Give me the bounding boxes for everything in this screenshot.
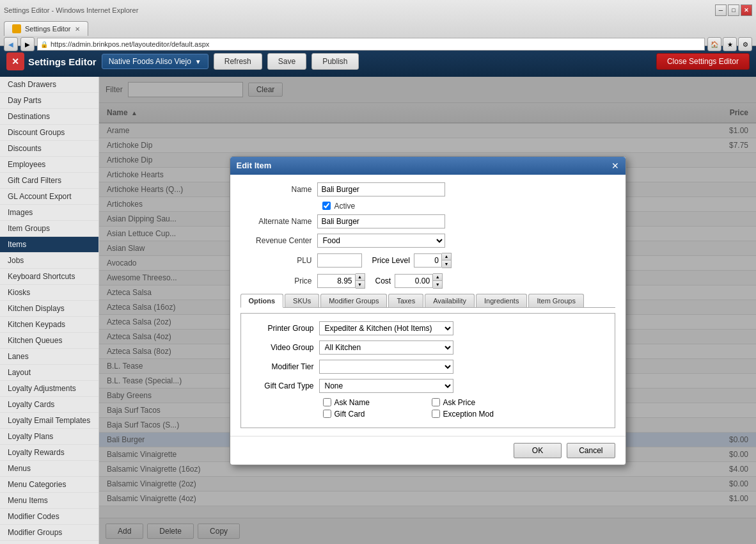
price-label: Price xyxy=(240,276,317,285)
save-button[interactable]: Save xyxy=(267,53,306,70)
revenue-center-select[interactable]: Food Beverage Alcohol Retail xyxy=(317,234,445,248)
logo-icon: ✕ xyxy=(6,52,24,70)
sidebar-item-loyalty-email-templates[interactable]: Loyalty Email Templates xyxy=(0,413,98,429)
home-button[interactable]: 🏠 xyxy=(707,37,721,51)
price-level-spinner: ▲ ▼ xyxy=(414,253,452,268)
tab-modifier-groups[interactable]: Modifier Groups xyxy=(320,294,387,307)
minimize-button[interactable]: ─ xyxy=(715,4,727,16)
dialog-titlebar: Edit Item ✕ xyxy=(230,157,626,175)
favorites-button[interactable]: ★ xyxy=(723,37,737,51)
plu-input[interactable] xyxy=(317,253,362,268)
alternate-name-label: Alternate Name xyxy=(240,217,317,226)
sidebar-item-gift-card-filters[interactable]: Gift Card Filters xyxy=(0,173,98,189)
ask-price-check-item: Ask Price xyxy=(432,398,515,407)
active-checkbox[interactable] xyxy=(322,202,331,210)
browser-tab[interactable]: Settings Editor ✕ xyxy=(4,21,88,36)
price-level-spinner-buttons: ▲ ▼ xyxy=(442,253,452,268)
address-bar[interactable]: 🔒 https://admin.brinkpos.net/layoutedito… xyxy=(37,38,705,51)
sidebar-item-keyboard-shortcuts[interactable]: Keyboard Shortcuts xyxy=(0,269,98,285)
sidebar-item-kitchen-displays[interactable]: Kitchen Displays xyxy=(0,301,98,317)
sidebar-item-kitchen-keypads[interactable]: Kitchen Keypads xyxy=(0,317,98,333)
sidebar-item-menus[interactable]: Menus xyxy=(0,461,98,477)
sidebar-item-images[interactable]: Images xyxy=(0,205,98,221)
cost-down-button[interactable]: ▼ xyxy=(433,281,442,288)
printer-group-row: Printer Group Expediter & Kitchen (Hot I… xyxy=(249,321,607,335)
sidebar-item-jobs[interactable]: Jobs xyxy=(0,253,98,269)
cost-input[interactable] xyxy=(395,274,433,288)
gift-card-checkbox[interactable] xyxy=(323,410,331,418)
sidebar-item-loyalty-rewards[interactable]: Loyalty Rewards xyxy=(0,445,98,461)
tab-close-button[interactable]: ✕ xyxy=(75,26,80,33)
price-spinner-buttons: ▲ ▼ xyxy=(356,273,365,289)
app-logo: ✕ Settings Editor xyxy=(6,52,97,70)
sidebar-item-items[interactable]: Items xyxy=(0,237,98,253)
maximize-button[interactable]: □ xyxy=(728,4,739,16)
sidebar-item-cash-drawers[interactable]: Cash Drawers xyxy=(0,77,98,93)
exception-mod-checkbox[interactable] xyxy=(432,410,440,418)
ask-price-checkbox[interactable] xyxy=(432,398,440,406)
gift-card-type-select[interactable]: None Standard Reload xyxy=(319,379,453,393)
tools-button[interactable]: ⚙ xyxy=(738,37,752,51)
dialog-footer: OK Cancel xyxy=(230,436,626,465)
revenue-center-row: Revenue Center Food Beverage Alcohol Ret… xyxy=(240,234,615,248)
plu-price-level-row: PLU Price Level ▲ ▼ xyxy=(240,253,615,268)
sidebar-item-menu-categories[interactable]: Menu Categories xyxy=(0,477,98,493)
price-level-up-button[interactable]: ▲ xyxy=(442,253,451,260)
sidebar-item-discounts[interactable]: Discounts xyxy=(0,141,98,157)
sidebar-item-destinations[interactable]: Destinations xyxy=(0,109,98,125)
sidebar-item-loyalty-cards[interactable]: Loyalty Cards xyxy=(0,397,98,413)
price-up-button[interactable]: ▲ xyxy=(356,274,365,281)
tab-skus[interactable]: SKUs xyxy=(285,294,319,307)
ask-name-checkbox[interactable] xyxy=(323,398,331,406)
back-button[interactable]: ◀ xyxy=(4,37,18,51)
cost-up-button[interactable]: ▲ xyxy=(433,274,442,281)
forward-button[interactable]: ▶ xyxy=(20,37,35,51)
alternate-name-input[interactable] xyxy=(317,214,445,228)
dropdown-arrow-icon: ▼ xyxy=(195,58,201,65)
tab-options[interactable]: Options xyxy=(240,294,284,308)
price-input[interactable] xyxy=(317,274,356,288)
tab-availability[interactable]: Availability xyxy=(425,294,475,307)
modifier-tier-select[interactable]: Tier 1 Tier 2 xyxy=(319,360,453,374)
gift-card-type-label: Gift Card Type xyxy=(249,381,319,390)
sidebar-item-day-parts[interactable]: Day Parts xyxy=(0,93,98,109)
price-down-button[interactable]: ▼ xyxy=(356,281,365,288)
store-selector[interactable]: Native Foods Aliso Viejo ▼ xyxy=(102,54,209,69)
window-close-button[interactable]: ✕ xyxy=(741,4,752,16)
sidebar-item-kitchen-queues[interactable]: Kitchen Queues xyxy=(0,333,98,349)
ok-button[interactable]: OK xyxy=(514,443,562,458)
modifier-tier-row: Modifier Tier Tier 1 Tier 2 xyxy=(249,360,607,374)
app-title: Settings Editor xyxy=(28,56,97,67)
sidebar-item-modifier-groups[interactable]: Modifier Groups xyxy=(0,525,98,541)
tab-ingredients[interactable]: Ingredients xyxy=(476,294,527,307)
sidebar-item-menu-items[interactable]: Menu Items xyxy=(0,493,98,509)
dialog-body: Name Active Alternate Name xyxy=(230,175,626,436)
sidebar-item-item-groups[interactable]: Item Groups xyxy=(0,221,98,237)
publish-button[interactable]: Publish xyxy=(311,53,358,70)
price-level-down-button[interactable]: ▼ xyxy=(442,260,451,268)
tab-taxes[interactable]: Taxes xyxy=(388,294,423,307)
cancel-button[interactable]: Cancel xyxy=(567,443,615,458)
video-group-select[interactable]: All Kitchen Bar None xyxy=(319,340,453,355)
cost-spinner-buttons: ▲ ▼ xyxy=(433,273,443,289)
sidebar-item-modifier-tiers[interactable]: Modifier Tiers xyxy=(0,541,98,544)
sidebar-item-loyalty-adjustments[interactable]: Loyalty Adjustments xyxy=(0,381,98,397)
tab-item-groups[interactable]: Item Groups xyxy=(528,294,584,307)
dialog-title: Edit Item xyxy=(237,161,272,170)
printer-group-select[interactable]: Expediter & Kitchen (Hot Items) Bar Kitc… xyxy=(319,321,453,335)
name-input[interactable] xyxy=(317,182,445,196)
video-group-label: Video Group xyxy=(249,343,319,352)
sidebar-item-kiosks[interactable]: Kiosks xyxy=(0,285,98,301)
close-settings-button[interactable]: Close Settings Editor xyxy=(656,53,750,70)
sidebar-item-loyalty-plans[interactable]: Loyalty Plans xyxy=(0,429,98,445)
price-spinner: ▲ ▼ xyxy=(317,273,365,289)
price-level-input[interactable] xyxy=(414,253,442,268)
sidebar-item-gl-account-export[interactable]: GL Account Export xyxy=(0,189,98,205)
sidebar-item-modifier-codes[interactable]: Modifier Codes xyxy=(0,509,98,525)
refresh-button[interactable]: Refresh xyxy=(214,53,262,70)
sidebar-item-lanes[interactable]: Lanes xyxy=(0,349,98,365)
sidebar-item-employees[interactable]: Employees xyxy=(0,157,98,173)
dialog-close-button[interactable]: ✕ xyxy=(611,161,619,171)
sidebar-item-layout[interactable]: Layout xyxy=(0,365,98,381)
sidebar-item-discount-groups[interactable]: Discount Groups xyxy=(0,125,98,141)
